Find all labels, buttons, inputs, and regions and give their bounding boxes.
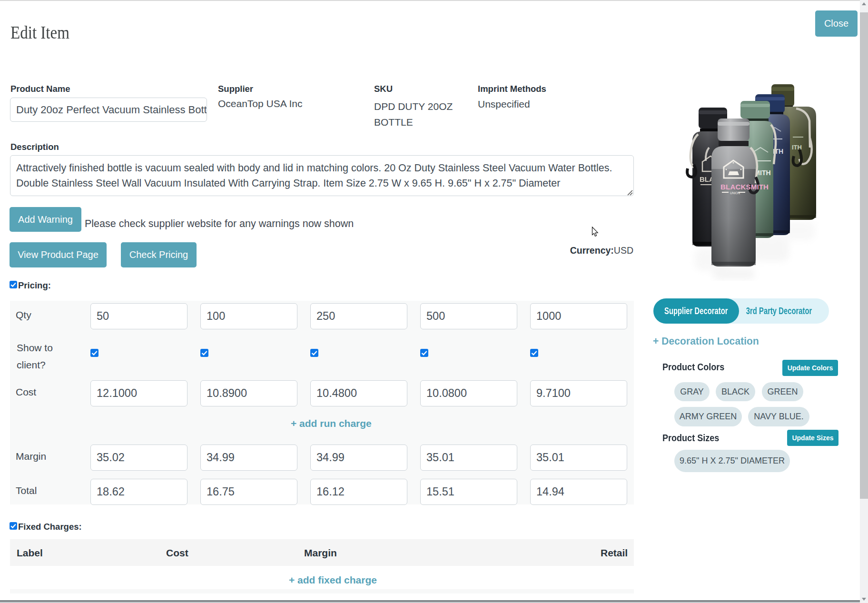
svg-text:UNION: UNION (730, 191, 740, 195)
svg-text:ITH: ITH (792, 144, 802, 151)
svg-text:BLACKSMITH: BLACKSMITH (720, 183, 769, 191)
